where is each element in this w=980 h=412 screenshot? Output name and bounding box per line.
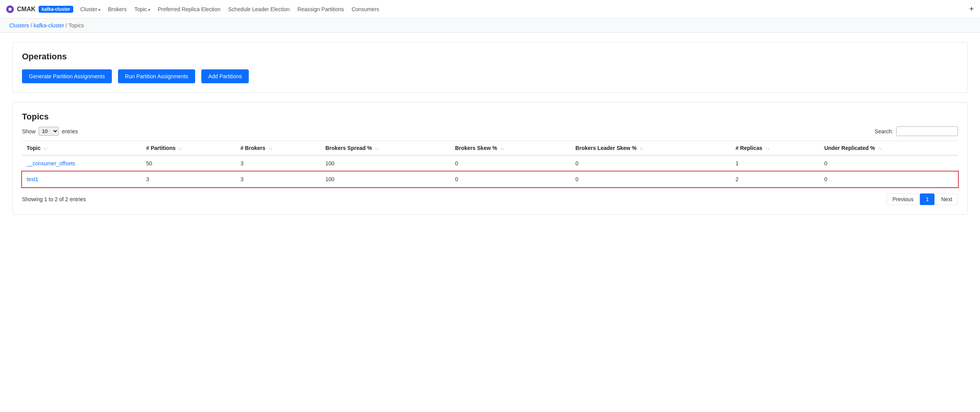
pagination-bar: Showing 1 to 2 of 2 entries Previous 1 N… <box>22 193 958 205</box>
nav-consumers[interactable]: Consumers <box>351 5 380 14</box>
col-under-replicated[interactable]: Under Replicated % ↑↓ <box>820 141 958 156</box>
col-replicas[interactable]: # Replicas ↑↓ <box>731 141 820 156</box>
cell-brokers: 3 <box>236 155 320 172</box>
search-label: Search: <box>875 128 893 135</box>
cell-brokers-skew: 0 <box>450 172 571 187</box>
cluster-badge[interactable]: kafka-cluster <box>39 6 73 13</box>
col-brokers-leader-skew[interactable]: Brokers Leader Skew % ↑↓ <box>571 141 731 156</box>
operations-buttons: Generate Partition Assignments Run Parti… <box>22 69 958 83</box>
nav-reassign-partitions[interactable]: Reassign Partitions <box>297 5 345 14</box>
nav-preferred-replica-election[interactable]: Preferred Replica Election <box>157 5 221 14</box>
operations-card: Operations Generate Partition Assignment… <box>12 42 968 93</box>
pagination-controls: Previous 1 Next <box>887 193 958 205</box>
entries-label: entries <box>62 128 78 135</box>
cell-under-replicated: 0 <box>820 155 958 172</box>
breadcrumb: Clusters / kafka-cluster / Topics <box>0 18 980 33</box>
page-1-button[interactable]: 1 <box>920 193 934 205</box>
next-button[interactable]: Next <box>935 193 958 205</box>
col-brokers[interactable]: # Brokers ↑↓ <box>236 141 320 156</box>
cell-brokers-leader-skew: 0 <box>571 155 731 172</box>
sort-icon-topic: ↑↓ <box>44 146 47 151</box>
cell-partitions: 50 <box>142 155 236 172</box>
col-brokers-skew[interactable]: Brokers Skew % ↑↓ <box>450 141 571 156</box>
nav-schedule-leader-election[interactable]: Schedule Leader Election <box>228 5 291 14</box>
col-brokers-spread[interactable]: Brokers Spread % ↑↓ <box>321 141 450 156</box>
breadcrumb-topics: Topics <box>69 22 84 29</box>
cell-brokers-spread: 100 <box>321 155 450 172</box>
sort-icon-brokers-spread: ↑↓ <box>375 146 379 151</box>
table-controls: Show 10 25 50 100 entries Search: <box>22 126 958 136</box>
table-header-row: Topic ↑↓ # Partitions ↑↓ # Brokers ↑↓ Br… <box>22 141 958 156</box>
search-input[interactable] <box>896 126 958 136</box>
nav-topic[interactable]: Topic <box>133 5 150 14</box>
breadcrumb-kafka-cluster[interactable]: kafka-cluster <box>34 22 64 29</box>
cell-topic: __consumer_offsets <box>22 155 142 172</box>
brand-name: CMAK <box>17 6 35 13</box>
add-partitions-button[interactable]: Add Partitions <box>201 69 249 83</box>
show-label: Show <box>22 128 35 135</box>
cell-brokers-skew: 0 <box>450 155 571 172</box>
search-box: Search: <box>875 126 958 136</box>
breadcrumb-clusters[interactable]: Clusters <box>9 22 29 29</box>
cell-topic: test1 <box>22 172 142 187</box>
show-entries: Show 10 25 50 100 entries <box>22 127 78 136</box>
pagination-info: Showing 1 to 2 of 2 entries <box>22 196 86 202</box>
col-topic[interactable]: Topic ↑↓ <box>22 141 142 156</box>
navbar: CMAK kafka-cluster Cluster Brokers Topic… <box>0 0 980 18</box>
main-content: Operations Generate Partition Assignment… <box>0 33 980 224</box>
topic-link[interactable]: test1 <box>27 176 38 182</box>
cell-brokers: 3 <box>236 172 320 187</box>
table-row: __consumer_offsets5031000010 <box>22 155 958 172</box>
entries-select[interactable]: 10 25 50 100 <box>39 127 59 136</box>
generate-partition-assignments-button[interactable]: Generate Partition Assignments <box>22 69 112 83</box>
operations-title: Operations <box>22 52 958 62</box>
table-row: test1331000020 <box>22 172 958 187</box>
cell-replicas: 2 <box>731 172 820 187</box>
sort-icon-brokers: ↑↓ <box>268 146 272 151</box>
sort-icon-under-replicated: ↑↓ <box>878 146 882 151</box>
cell-brokers-leader-skew: 0 <box>571 172 731 187</box>
brand: CMAK kafka-cluster <box>6 5 73 13</box>
sort-icon-replicas: ↑↓ <box>765 146 769 151</box>
topics-title: Topics <box>22 112 958 122</box>
run-partition-assignments-button[interactable]: Run Partition Assignments <box>118 69 195 83</box>
cell-brokers-spread: 100 <box>321 172 450 187</box>
previous-button[interactable]: Previous <box>887 193 919 205</box>
sort-icon-brokers-leader-skew: ↑↓ <box>640 146 644 151</box>
sort-icon-partitions: ↑↓ <box>179 146 182 151</box>
sort-icon-brokers-skew: ↑↓ <box>500 146 504 151</box>
topic-link[interactable]: __consumer_offsets <box>27 160 75 166</box>
cell-under-replicated: 0 <box>820 172 958 187</box>
cell-replicas: 1 <box>731 155 820 172</box>
nav-brokers[interactable]: Brokers <box>107 5 127 14</box>
brand-icon <box>6 5 14 13</box>
add-icon[interactable]: + <box>969 5 974 13</box>
col-partitions[interactable]: # Partitions ↑↓ <box>142 141 236 156</box>
topics-card: Topics Show 10 25 50 100 entries Search: <box>12 102 968 215</box>
cell-partitions: 3 <box>142 172 236 187</box>
nav-cluster[interactable]: Cluster <box>79 5 101 14</box>
topics-table: Topic ↑↓ # Partitions ↑↓ # Brokers ↑↓ Br… <box>22 141 958 187</box>
